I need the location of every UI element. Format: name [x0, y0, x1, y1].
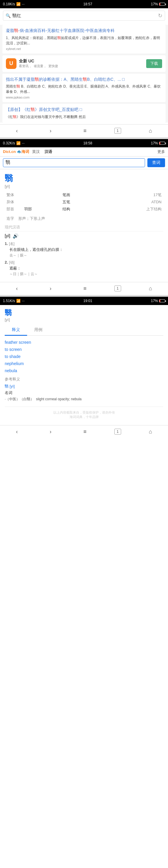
- result-url-2: www.ppkao.com: [6, 96, 162, 99]
- refresh-icon[interactable]: ↻: [158, 12, 162, 19]
- result-card-3: 【原创】《红翳》原创文学吧_百度贴吧 □ 《红翳》我们在这对烛与覆灭中挣扎 不断…: [2, 104, 166, 122]
- status-bar-1: 0.18K/s 📶 ··· 18:57 17%: [0, 0, 168, 8]
- forward-button-3[interactable]: ›: [46, 428, 56, 436]
- result-card-2: 指出不属于凝脂翳的诊断依据：A、黑睛生翳B、白睛红赤C、... □ 黑睛生翳 B…: [2, 74, 166, 102]
- signal-dots-2: ···: [22, 141, 25, 145]
- forward-button-1[interactable]: ›: [46, 127, 56, 135]
- search-results: 凝脂翳-病-血液病百科-无极红十字血康医院-中医血液病专科 1、风轮风热证：病初…: [0, 25, 168, 122]
- sound-icon[interactable]: 🔊: [13, 233, 18, 239]
- uc-sub2: 省流量，: [34, 64, 47, 68]
- menu-button-3[interactable]: ≡: [79, 428, 91, 436]
- dict-search-button[interactable]: 查词: [148, 158, 165, 167]
- table-row: 异体 五笔 ATDN: [5, 198, 163, 206]
- s3-content: feather screen to screen to shade nephel…: [0, 336, 168, 425]
- tab-en-zh[interactable]: 英汉: [32, 149, 40, 154]
- tab-button-2[interactable]: 1: [114, 285, 121, 291]
- menu-button-1[interactable]: ≡: [79, 127, 91, 135]
- dict-search-row: 查词: [0, 156, 168, 169]
- dict-zaozi-row: 造字 形声；下形上声: [5, 215, 163, 222]
- back-button-1[interactable]: ‹: [12, 127, 22, 135]
- uc-subtitle: 看资讯， 省流量， 更快捷: [19, 64, 58, 68]
- def-type-2: [动]: [9, 260, 14, 265]
- signal-dots-1: ···: [22, 2, 25, 6]
- uc-left: U 全新 UC 看资讯， 省流量， 更快捷: [6, 58, 58, 69]
- s3-tabs: 释义 用例: [5, 325, 163, 336]
- eng-link-2[interactable]: to screen: [5, 347, 163, 352]
- signal-text-3: 1.51K/s: [3, 299, 15, 303]
- result-snippet-2: 黑睛生翳 B、白睛红赤 C、抱轮红赤 D、畏光流泪 E、眼痛剧烈 A、外感风热 …: [6, 84, 162, 94]
- ref-section-title: 参考释义: [5, 377, 163, 382]
- tab-button-1[interactable]: 1: [114, 128, 121, 134]
- screen1: 0.18K/s 📶 ··· 18:57 17% 🔍 翳红 ↻ 凝脂翳-病-血液病…: [0, 0, 168, 137]
- dict-search-input[interactable]: [3, 158, 145, 167]
- tab-button-3[interactable]: 1: [114, 429, 121, 435]
- val-jiegou: 上下结构: [99, 206, 163, 213]
- back-button-3[interactable]: ‹: [12, 428, 22, 436]
- status-right-2: 17%: [151, 141, 165, 145]
- status-bar-3: 1.51K/s 📶 ··· 19:01 17%: [0, 297, 168, 305]
- val-wubi: ATDN: [99, 198, 163, 206]
- zaozi-value: 形声；下形上声: [18, 216, 45, 221]
- menu-button-2[interactable]: ≡: [79, 284, 91, 293]
- signal-dots-3: ···: [22, 299, 25, 303]
- uc-title: 全新 UC: [19, 59, 58, 64]
- eng-link-1[interactable]: feather screen: [5, 340, 163, 345]
- bottom-nav-1: ‹ › ≡ 1 ⌂: [0, 124, 168, 137]
- search-icon: 🔍: [6, 13, 11, 18]
- eng-link-3[interactable]: to shade: [5, 354, 163, 359]
- status-bar-2: 0.32K/s 📶 ··· 18:58 17%: [0, 139, 168, 147]
- pronunciation-row: [yì] 🔊: [5, 233, 163, 239]
- result-url-1: xybnet.net: [6, 47, 162, 51]
- battery-percent-3: 17%: [151, 299, 158, 303]
- battery-icon-2: [159, 142, 165, 145]
- dict-logo-text: Dict.cn: [3, 149, 15, 154]
- s3-pinyin: [yì]: [5, 317, 163, 322]
- search-bar[interactable]: 🔍 翳红 ↻: [3, 11, 165, 21]
- result-title-3[interactable]: 【原创】《红翳》原创文学吧_百度贴吧 □: [6, 107, 162, 113]
- uc-sub3: 更快捷: [48, 64, 58, 68]
- label-fanti: 繁体: [5, 191, 23, 198]
- status-left-3: 1.51K/s 📶 ···: [3, 299, 25, 303]
- search-input[interactable]: 翳红: [12, 13, 158, 18]
- home-button-1[interactable]: ⌂: [145, 127, 156, 135]
- label-yiti: 异体: [5, 198, 23, 206]
- dict-pinyin: [yì]: [5, 184, 163, 188]
- bottom-nav-3: ‹ › ≡ 1 ⌂: [0, 425, 168, 438]
- result-title-1[interactable]: 凝脂翳-病-血液病百科-无极红十字血康医院-中医血液病专科: [6, 28, 162, 34]
- dict-char: 翳: [5, 173, 163, 184]
- ref-type: 名词: [5, 390, 163, 396]
- status-right-3: 17%: [151, 299, 165, 303]
- table-row: 繁体 笔画 17笔: [5, 191, 163, 198]
- battery-icon-1: [159, 3, 165, 6]
- result-title-2[interactable]: 指出不属于凝脂翳的诊断依据：A、黑睛生翳B、白睛红赤C、... □: [6, 76, 162, 83]
- tab-zh-zh[interactable]: 汉语: [44, 149, 52, 154]
- tab-more[interactable]: 更多: [157, 149, 165, 154]
- val-bushou: 羽部: [23, 206, 61, 213]
- watermark-line1: 以上内容截取来自，受版权保护，请勿外传: [5, 410, 163, 415]
- label-jiegou: 结构: [61, 206, 99, 213]
- eng-link-5[interactable]: nebula: [5, 368, 163, 373]
- table-row: 部首 羽部 结构 上下结构: [5, 206, 163, 213]
- tab-yongli[interactable]: 用例: [27, 325, 49, 336]
- uc-sub1: 看资讯，: [19, 64, 32, 68]
- def-text-2: 遮蔽：: [5, 265, 163, 272]
- dict-info-table: 繁体 笔画 17笔 异体 五笔 ATDN 部首 羽部 结构 上下结构: [5, 191, 163, 213]
- label-bushou: 部首: [5, 206, 23, 213]
- val-fanti: [23, 191, 61, 198]
- signal-text-2: 0.32K/s: [3, 141, 15, 145]
- home-button-2[interactable]: ⌂: [145, 284, 156, 293]
- home-button-3[interactable]: ⌂: [145, 428, 156, 436]
- back-button-2[interactable]: ‹: [12, 284, 22, 293]
- eng-link-4[interactable]: nephelium: [5, 361, 163, 366]
- tab-shiyi[interactable]: 释义: [5, 325, 27, 336]
- ref-char-item: 翳 [yì]: [5, 384, 163, 389]
- def-num-2: 2.: [5, 260, 9, 265]
- watermark: 以上内容截取来自，受版权保护，请勿外传 海词词典，十年品牌: [5, 406, 163, 421]
- result-snippet-3: 《红翳》我们在这对烛与覆灭中挣扎 不断翻腾 然后: [6, 114, 162, 120]
- forward-button-2[interactable]: ›: [46, 284, 56, 293]
- battery-icon-3: [159, 300, 165, 302]
- def-example-2: ～日｜荫～｜云～: [5, 272, 163, 277]
- label-bihua: 笔画: [61, 191, 99, 198]
- dict-content: 翳 [yì] 繁体 笔画 17笔 异体 五笔 ATDN 部首 羽部 结构 上下结…: [0, 169, 168, 282]
- uc-download-button[interactable]: 下载: [146, 59, 162, 68]
